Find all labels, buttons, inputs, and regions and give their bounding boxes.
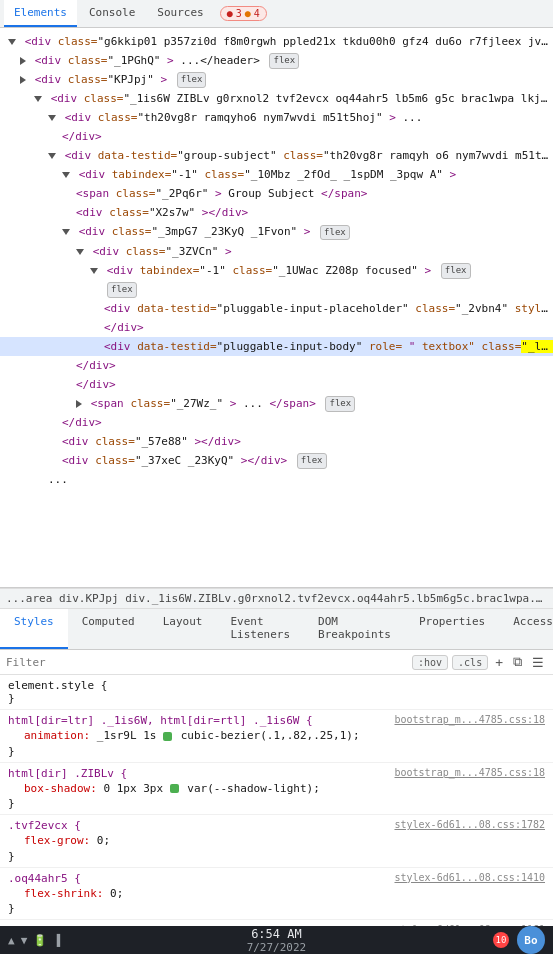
selector-oq44ahr5: .oq44ahr5 {	[8, 872, 81, 885]
style-property: animation: _1sr9L 1s cubic-bezier(.1,.82…	[24, 727, 545, 745]
flex-badge: flex	[177, 72, 207, 88]
style-rule-oq44ahr5: stylex-6d61...08.css:1410 .oq44ahr5 { fl…	[0, 868, 553, 921]
expand-arrow[interactable]	[76, 249, 84, 255]
style-rule-1is6w: bootstrap_m...4785.css:18 html[dir=ltr] …	[0, 710, 553, 763]
tab-dom-breakpoints[interactable]: DOM Breakpoints	[304, 609, 405, 649]
dom-line[interactable]: </div>	[0, 413, 553, 432]
status-time: 6:54 AM	[251, 927, 302, 941]
battery-icon: 🔋	[33, 934, 47, 947]
style-tab-bar: Styles Computed Layout Event Listeners D…	[0, 609, 553, 650]
signal-bars-icon: ▐	[53, 934, 60, 947]
style-rule-ziblv: bootstrap_m...4785.css:18 html[dir] .ZIB…	[0, 763, 553, 816]
tab-computed[interactable]: Computed	[68, 609, 149, 649]
dom-line[interactable]: <span class="_2Pq6r" > Group Subject </s…	[0, 184, 553, 203]
dom-line[interactable]: <div tabindex="-1" class="_1UWac Z208p f…	[0, 261, 553, 280]
expand-arrow[interactable]	[48, 153, 56, 159]
dom-line[interactable]: <div class="X2s7w" ></div>	[0, 203, 553, 222]
status-left-icons: ▲ ▼ 🔋 ▐	[8, 934, 60, 947]
style-body: flex-grow: 0;	[8, 832, 545, 850]
dom-line[interactable]: <div class="_1PGhQ" > ...</header> flex	[0, 51, 553, 70]
dom-line[interactable]: <div class="_37xeC _23KyQ" ></div> flex	[0, 451, 553, 470]
dom-line[interactable]: ...	[0, 470, 553, 489]
dom-line[interactable]: <div class="_1is6W ZIBLv g0rxnol2 tvf2ev…	[0, 89, 553, 108]
tab-event-listeners[interactable]: Event Listeners	[216, 609, 304, 649]
tab-styles[interactable]: Styles	[0, 609, 68, 649]
more-options-button[interactable]: ☰	[529, 654, 547, 671]
error-dot-icon: ●	[227, 8, 233, 19]
expand-arrow[interactable]	[76, 400, 82, 408]
selector-tvf2evcx: .tvf2evcx {	[8, 819, 81, 832]
tab-accessibility[interactable]: Accessibility	[499, 609, 553, 649]
expand-arrow[interactable]	[48, 115, 56, 121]
style-rule-tvf2evcx: stylex-6d61...08.css:1782 .tvf2evcx { fl…	[0, 815, 553, 868]
breadcrumb-text: ...area div.KPJpj div._1is6W.ZIBLv.g0rxn…	[6, 592, 553, 605]
warning-dot-icon: ●	[245, 8, 251, 19]
wifi-icon: ▼	[21, 934, 28, 947]
animation-color-swatch	[163, 732, 172, 741]
expand-arrow[interactable]	[90, 268, 98, 274]
tab-elements[interactable]: Elements	[4, 0, 77, 27]
filter-input[interactable]	[6, 656, 408, 669]
avatar[interactable]: Bo	[517, 926, 545, 954]
dom-line[interactable]: </div>	[0, 375, 553, 394]
tab-properties[interactable]: Properties	[405, 609, 499, 649]
styles-panel: element.style { } bootstrap_m...4785.css…	[0, 675, 553, 926]
dom-line[interactable]: <div class="_3mpG7 _23KyQ _1Fvon" > flex	[0, 222, 553, 241]
flex-badge: flex	[325, 396, 355, 412]
error-warning-badge[interactable]: ● 3 ● 4	[220, 6, 267, 21]
status-datetime: 6:54 AM 7/27/2022	[247, 927, 307, 954]
dom-line[interactable]: <div class="_3ZVCn" >	[0, 242, 553, 261]
cls-button[interactable]: .cls	[452, 655, 488, 670]
rule-source[interactable]: stylex-6d61...08.css:1410	[394, 872, 545, 883]
rule-source[interactable]: bootstrap_m...4785.css:18	[394, 767, 545, 778]
copy-icon-button[interactable]: ⧉	[510, 653, 525, 671]
dom-line[interactable]: </div>	[0, 127, 553, 146]
style-property: box-shadow: 0 1px 3px var(--shadow-light…	[24, 780, 545, 798]
avatar-text: Bo	[524, 934, 537, 947]
flex-badge: flex	[269, 53, 299, 69]
dom-line[interactable]: <div class="g6kkip01 p357zi0d f8m0rgwh p…	[0, 32, 553, 51]
style-rule-element: element.style { }	[0, 675, 553, 710]
dom-line[interactable]: <div data-testid="pluggable-input-placeh…	[0, 299, 553, 318]
dom-line[interactable]: <div tabindex="-1" class="_10Mbz _2fOd_ …	[0, 165, 553, 184]
hov-button[interactable]: :hov	[412, 655, 448, 670]
signal-icon: ▲	[8, 934, 15, 947]
dom-line-selected[interactable]: <div data-testid="pluggable-input-body" …	[0, 337, 553, 356]
expand-arrow[interactable]	[62, 229, 70, 235]
dom-line[interactable]: </div>	[0, 318, 553, 337]
status-date: 7/27/2022	[247, 941, 307, 954]
dom-line[interactable]: <span class="_27Wz_" > ... </span> flex	[0, 394, 553, 413]
tab-console[interactable]: Console	[79, 0, 145, 27]
expand-arrow[interactable]	[62, 172, 70, 178]
rule-source[interactable]: bootstrap_m...4785.css:18	[394, 714, 545, 725]
style-body: animation: _1sr9L 1s cubic-bezier(.1,.82…	[8, 727, 545, 745]
style-body: box-shadow: 0 1px 3px var(--shadow-light…	[8, 780, 545, 798]
expand-arrow[interactable]	[20, 57, 26, 65]
shadow-color-swatch	[170, 784, 179, 793]
style-body: flex-shrink: 0;	[8, 885, 545, 903]
notification-badge[interactable]: 10	[493, 932, 509, 948]
tab-sources[interactable]: Sources	[147, 0, 213, 27]
status-bar: ▲ ▼ 🔋 ▐ 6:54 AM 7/27/2022 10 Bo	[0, 926, 553, 954]
flex-badge: flex	[441, 263, 471, 279]
dom-line[interactable]: </div>	[0, 356, 553, 375]
filter-bar: :hov .cls + ⧉ ☰	[0, 650, 553, 675]
rule-source[interactable]: stylex-6d61...08.css:1782	[394, 819, 545, 830]
flex-badge: flex	[107, 282, 137, 298]
dom-line[interactable]: flex	[0, 280, 553, 299]
notification-count: 10	[496, 935, 507, 945]
dom-line[interactable]: <div class="KPJpj" > flex	[0, 70, 553, 89]
expand-arrow[interactable]	[8, 39, 16, 45]
warning-count: 4	[254, 8, 260, 19]
dom-line[interactable]: <div class="th20vg8r ramqyho6 nym7wvdi m…	[0, 108, 553, 127]
dom-line[interactable]: <div class="_57e88" ></div>	[0, 432, 553, 451]
expand-arrow[interactable]	[34, 96, 42, 102]
style-property: flex-grow: 0;	[24, 832, 545, 850]
add-rule-button[interactable]: +	[492, 654, 506, 671]
tab-layout[interactable]: Layout	[149, 609, 217, 649]
status-right: 10 Bo	[493, 926, 545, 954]
dom-line[interactable]: <div data-testid="group-subject" class="…	[0, 146, 553, 165]
dom-tree-panel: <div class="g6kkip01 p357zi0d f8m0rgwh p…	[0, 28, 553, 588]
expand-arrow[interactable]	[20, 76, 26, 84]
flex-badge: flex	[297, 453, 327, 469]
